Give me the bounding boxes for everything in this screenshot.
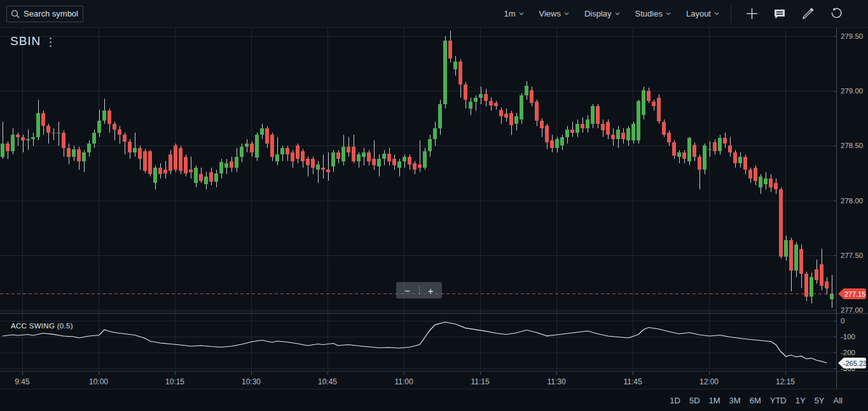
time-axis-label: 11:15: [471, 377, 489, 386]
chevron-down-icon: [519, 12, 524, 15]
chevron-down-icon: [564, 12, 569, 15]
study-axis-label: -100: [841, 333, 855, 340]
chart-zoom-control: − +: [396, 282, 442, 299]
study-value-tag-text: -265.23: [843, 360, 867, 367]
dropdown-label: Display: [584, 9, 612, 18]
axes: 279.50279.00278.50278.00277.50277.000-10…: [15, 28, 867, 389]
toolbar-controls: 1mViewsDisplayStudiesLayout: [488, 6, 843, 22]
range-button-6m[interactable]: 6M: [750, 396, 761, 405]
symbol-label: SBIN: [10, 34, 41, 48]
dropdown-layout[interactable]: Layout: [686, 9, 719, 18]
draw-icon[interactable]: [800, 6, 815, 22]
chevron-down-icon: [714, 12, 719, 15]
time-axis-label: 12:15: [776, 377, 795, 386]
range-button-5d[interactable]: 5D: [689, 396, 700, 405]
dropdown-timeframe[interactable]: 1m: [504, 9, 523, 18]
range-button-3m[interactable]: 3M: [729, 396, 741, 405]
dropdown-views[interactable]: Views: [539, 9, 569, 18]
chart-symbol-title: SBIN: [10, 34, 52, 48]
toolbar: 1mViewsDisplayStudiesLayout: [0, 0, 868, 28]
time-axis-label: 10:45: [318, 377, 337, 386]
dropdown-label: Views: [539, 9, 561, 18]
chevron-down-icon: [666, 12, 671, 15]
price-axis-label: 277.00: [841, 306, 863, 314]
price-axis-label: 279.00: [841, 87, 863, 95]
dropdown-label: 1m: [504, 9, 515, 18]
study-axis-label: 0: [841, 317, 844, 325]
time-axis-label: 11:45: [623, 377, 642, 386]
range-button-1y[interactable]: 1Y: [796, 396, 806, 405]
time-axis-label: 10:30: [242, 377, 261, 386]
symbol-search[interactable]: [6, 6, 83, 22]
trading-app: 1mViewsDisplayStudiesLayout: [0, 0, 868, 411]
add-icon[interactable]: [744, 6, 759, 22]
search-icon: [11, 10, 20, 18]
zoom-out-button[interactable]: −: [396, 282, 419, 299]
price-axis-label: 279.50: [841, 32, 863, 40]
chart-canvas[interactable]: 279.50279.00278.50278.00277.50277.000-10…: [0, 0, 868, 411]
last-price-tag-text: 277.15: [844, 290, 866, 298]
dropdown-label: Layout: [686, 9, 711, 18]
dropdown-display[interactable]: Display: [584, 9, 620, 18]
search-input[interactable]: [24, 9, 79, 18]
time-axis-label: 11:00: [394, 377, 413, 386]
time-axis-label: 10:15: [165, 377, 184, 386]
price-axis-label: 278.50: [841, 142, 863, 149]
range-button-1m[interactable]: 1M: [709, 396, 720, 405]
dropdown-studies[interactable]: Studies: [635, 9, 671, 18]
range-selector: 1D5D1M3M6MYTD1Y5YAll: [670, 396, 843, 405]
range-button-ytd[interactable]: YTD: [770, 396, 787, 405]
toolbar-separator: [731, 6, 731, 22]
gridlines: [0, 28, 868, 372]
study-line: [3, 322, 827, 363]
chevron-down-icon: [615, 12, 620, 15]
range-button-5y[interactable]: 5Y: [815, 396, 825, 405]
time-axis-label: 9:45: [15, 377, 30, 386]
study-panel: [3, 322, 827, 363]
time-axis-label: 10:00: [89, 377, 108, 386]
zoom-in-button[interactable]: +: [420, 282, 443, 299]
range-button-1d[interactable]: 1D: [670, 396, 680, 405]
dropdown-label: Studies: [635, 9, 663, 18]
candlestick-panel: [0, 30, 836, 307]
price-axis-label: 277.50: [841, 252, 863, 259]
range-button-all[interactable]: All: [834, 396, 843, 405]
annotation-icon[interactable]: [772, 6, 787, 22]
refresh-icon[interactable]: [828, 6, 843, 22]
time-axis-label: 12:00: [699, 377, 719, 386]
study-label: ACC SWING (0.5): [11, 322, 73, 330]
study-axis-label: -200: [841, 349, 855, 356]
time-axis-label: 11:30: [547, 377, 565, 386]
price-axis-label: 278.00: [841, 197, 863, 205]
symbol-menu-kebab-icon[interactable]: [50, 37, 52, 48]
